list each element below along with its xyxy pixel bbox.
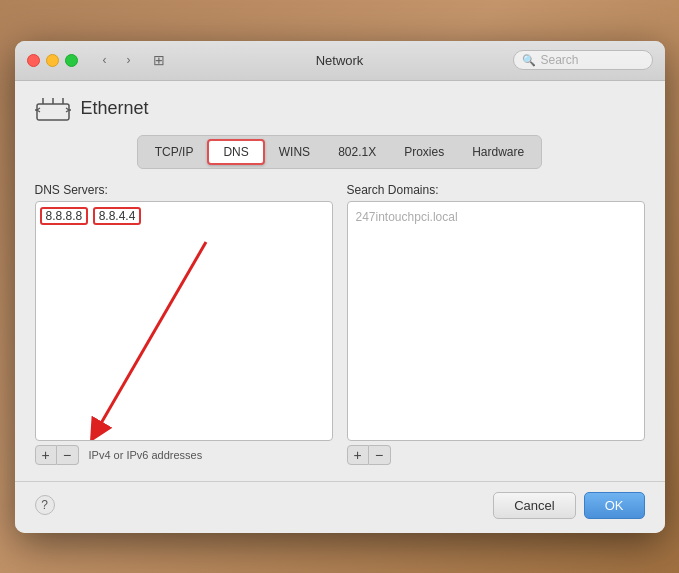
grid-button[interactable]: ⊞	[148, 51, 170, 69]
dns-remove-button[interactable]: −	[57, 445, 79, 465]
tab-proxies[interactable]: Proxies	[390, 139, 458, 165]
dns-servers-panel: DNS Servers: 8.8.8.8 8.8.4.4	[35, 183, 333, 465]
section-header: Ethernet	[35, 95, 645, 123]
search-domains-label: Search Domains:	[347, 183, 645, 197]
dns-servers-list[interactable]: 8.8.8.8 8.8.4.4	[35, 201, 333, 441]
search-placeholder: Search	[541, 53, 579, 67]
main-content: Ethernet TCP/IP DNS WINS 802.1X Proxies …	[15, 81, 665, 481]
panels: DNS Servers: 8.8.8.8 8.8.4.4	[35, 183, 645, 465]
domain-remove-button[interactable]: −	[369, 445, 391, 465]
traffic-lights	[27, 54, 78, 67]
dns-servers-footer: + − IPv4 or IPv6 addresses	[35, 445, 333, 465]
section-title: Ethernet	[81, 98, 149, 119]
dns-servers-label: DNS Servers:	[35, 183, 333, 197]
dns-add-button[interactable]: +	[35, 445, 57, 465]
svg-line-6	[96, 242, 206, 432]
navigation-buttons: ‹ › ⊞	[94, 51, 170, 69]
tab-8021x[interactable]: 802.1X	[324, 139, 390, 165]
search-domains-panel: Search Domains: 247intouchpci.local + −	[347, 183, 645, 465]
search-box[interactable]: 🔍 Search	[513, 50, 653, 70]
titlebar: ‹ › ⊞ Network 🔍 Search	[15, 41, 665, 81]
domain-add-button[interactable]: +	[347, 445, 369, 465]
svg-rect-0	[37, 104, 69, 120]
maximize-button[interactable]	[65, 54, 78, 67]
tabs-bar: TCP/IP DNS WINS 802.1X Proxies Hardware	[137, 135, 542, 169]
cancel-button[interactable]: Cancel	[493, 492, 575, 519]
network-window: ‹ › ⊞ Network 🔍 Search	[15, 41, 665, 533]
dns-entry-1[interactable]: 8.8.8.8	[40, 207, 89, 225]
ethernet-icon	[35, 95, 71, 123]
tab-tcpip[interactable]: TCP/IP	[141, 139, 208, 165]
dns-entry-2[interactable]: 8.8.4.4	[93, 207, 142, 225]
tab-wins[interactable]: WINS	[265, 139, 324, 165]
back-button[interactable]: ‹	[94, 51, 116, 69]
bottom-bar: ? Cancel OK	[15, 481, 665, 533]
forward-button[interactable]: ›	[118, 51, 140, 69]
window-title: Network	[316, 53, 364, 68]
search-domains-footer: + −	[347, 445, 645, 465]
search-domain-placeholder: 247intouchpci.local	[352, 206, 640, 228]
help-button[interactable]: ?	[35, 495, 55, 515]
tab-dns[interactable]: DNS	[207, 139, 264, 165]
minimize-button[interactable]	[46, 54, 59, 67]
search-domains-list[interactable]: 247intouchpci.local	[347, 201, 645, 441]
ok-button[interactable]: OK	[584, 492, 645, 519]
search-icon: 🔍	[522, 54, 536, 67]
close-button[interactable]	[27, 54, 40, 67]
annotation-arrow	[36, 202, 332, 440]
tab-hardware[interactable]: Hardware	[458, 139, 538, 165]
action-buttons: Cancel OK	[493, 492, 644, 519]
dns-footer-hint: IPv4 or IPv6 addresses	[89, 449, 203, 461]
